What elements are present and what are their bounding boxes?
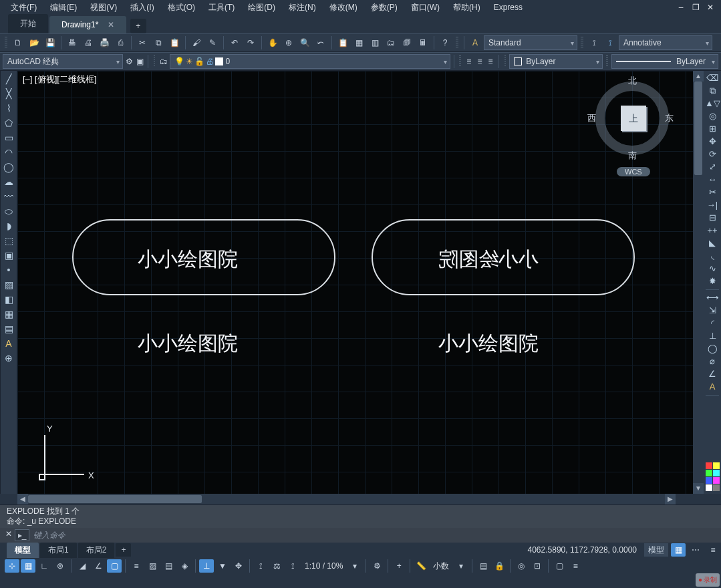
isolate-objects-icon[interactable]: ◎ [514,559,529,573]
region-tool-icon[interactable]: ▦ [1,307,16,321]
close-button[interactable]: ✕ [705,3,716,12]
arc-tool-icon[interactable]: ◠ [1,146,16,159]
selection-filter-icon[interactable]: ▼ [215,559,230,573]
grip-icon[interactable] [5,37,7,49]
lock-ui-icon[interactable]: 🔒 [492,559,507,573]
annotation-visibility-icon[interactable]: ⟟ [253,559,268,573]
dim-radius-icon[interactable]: ◯ [705,343,720,355]
blend-tool-icon[interactable]: ∿ [705,263,720,275]
point-tool-icon[interactable]: • [1,263,16,277]
units-chevron-icon[interactable]: ▾ [454,559,468,573]
tab-start[interactable]: 开始 [8,14,48,33]
sheet-set-icon[interactable]: 🗂 [384,35,398,50]
menu-format[interactable]: 格式(O) [162,1,200,15]
table-tool-icon[interactable]: ▤ [1,322,16,335]
layeriso-icon[interactable]: ≡ [464,54,474,69]
dim-diameter-icon[interactable]: ⌀ [705,355,720,368]
new-icon[interactable]: 🗋 [11,35,25,50]
gizmo-icon[interactable]: ✥ [231,559,246,573]
layer-properties-icon[interactable]: 🗂 [158,54,168,69]
status-model-button[interactable]: 模型 [644,543,668,557]
menu-window[interactable]: 窗口(W) [406,1,445,15]
linetype-dropdown[interactable]: ByLayer [611,54,718,69]
scroll-down-icon[interactable]: ▼ [693,483,704,494]
array-tool-icon[interactable]: ⊞ [705,123,720,135]
mirror-tool-icon[interactable]: ▲▽ [705,98,720,110]
menu-param[interactable]: 参数(P) [366,1,403,15]
hatch-tool-icon[interactable]: ▨ [1,278,16,291]
paste-icon[interactable]: 📋 [167,35,182,50]
drawn-text-1[interactable]: 小小绘图院 [138,246,238,273]
grip-icon[interactable] [154,55,156,67]
copy-icon[interactable]: ⧉ [151,35,166,50]
menu-modify[interactable]: 修改(M) [324,1,363,15]
minimize-button[interactable]: – [676,3,686,12]
color-dropdown[interactable]: ByLayer [509,54,603,69]
3dosnap-icon[interactable]: ◈ [177,559,192,573]
tab-drawing1[interactable]: Drawing1* ✕ [49,16,126,33]
status-grid-icon[interactable]: ▦ [671,543,686,557]
quick-properties-icon[interactable]: ▤ [476,559,490,573]
tab-close-icon[interactable]: ✕ [108,20,114,29]
annotation-style-dropdown[interactable]: Annotative [619,35,712,50]
menu-file[interactable]: 文件(F) [5,1,42,15]
command-close-icon[interactable]: ✕ [3,529,15,541]
polar-tracking-icon[interactable]: ⊛ [53,559,67,573]
workspace-save-icon[interactable]: ▣ [135,54,144,69]
viewcube-west[interactable]: 西 [587,112,596,124]
mtext-tool-icon[interactable]: A [1,337,16,350]
annotative-icon[interactable]: ⟟ [603,35,617,50]
osnap-2d-icon[interactable]: ▢ [107,559,122,573]
copy-tool-icon[interactable]: ⧉ [705,85,720,97]
layerfreeze-icon[interactable]: ≡ [486,54,495,69]
units-icon[interactable]: 📏 [414,559,428,573]
wcs-dropdown[interactable]: WCS [617,167,650,176]
scale-dropdown[interactable]: 1:10 / 10% [301,561,347,571]
color-red[interactable] [706,462,712,469]
join-tool-icon[interactable]: ++ [705,225,720,237]
viewcube-south[interactable]: 南 [628,150,637,162]
explode-tool-icon[interactable]: ✸ [705,275,720,287]
fillet-tool-icon[interactable]: ◟ [705,250,720,262]
scrollbar-horizontal[interactable]: ◀ ▶ [17,494,676,504]
dim-angular-icon[interactable]: ∠ [705,368,720,380]
xline-tool-icon[interactable]: ╳ [1,87,16,100]
polyline-tool-icon[interactable]: ⌇ [1,102,16,115]
move-tool-icon[interactable]: ✥ [705,136,720,148]
layout-tab-2[interactable]: 布局2 [78,543,115,558]
open-icon[interactable]: 📂 [27,35,41,50]
circle-tool-icon[interactable]: ◯ [1,160,16,174]
color-blue[interactable] [706,477,712,484]
color-white[interactable] [706,484,712,491]
ortho-mode-icon[interactable]: ∟ [37,559,51,573]
snap-mode-icon[interactable]: ⊹ [5,559,19,573]
layeroff-icon[interactable]: ≡ [475,54,484,69]
lineweight-icon[interactable]: ≡ [129,559,144,573]
command-prompt-icon[interactable]: ▸_ [15,529,29,541]
zoom-previous-icon[interactable]: ⤺ [313,35,328,50]
properties-icon[interactable]: 📋 [335,35,350,50]
command-input[interactable]: 键入命令 [33,530,718,541]
trim-tool-icon[interactable]: ✂ [705,186,720,198]
drawn-text-4[interactable]: 小小绘图院 [438,330,539,357]
ellipse-tool-icon[interactable]: ⬭ [1,204,16,218]
viewport-label[interactable]: [–] [俯视][二维线框] [23,74,97,86]
grip-icon[interactable] [606,55,608,67]
print-icon[interactable]: 🖶 [65,35,80,50]
dim-linear-icon[interactable]: ⟷ [705,292,720,304]
line-tool-icon[interactable]: ╱ [1,72,16,86]
chamfer-tool-icon[interactable]: ◣ [705,237,720,249]
color-magenta[interactable] [713,477,720,484]
menu-dim[interactable]: 标注(N) [283,1,321,15]
match-prop-icon[interactable]: 🖌 [189,35,204,50]
rectangle-tool-icon[interactable]: ▭ [1,131,16,144]
scroll-thumb-h[interactable] [28,495,202,503]
workspace-settings-icon[interactable]: ⚙ [124,54,134,69]
make-block-icon[interactable]: ▣ [1,249,16,262]
help-icon[interactable]: ? [438,35,452,50]
dim-style-toggle-icon[interactable]: ⟟ [587,35,601,50]
clean-screen-icon[interactable]: ▢ [552,559,567,573]
transparency-icon[interactable]: ▨ [145,559,160,573]
color-gray[interactable] [713,484,720,491]
pan-icon[interactable]: ✋ [265,35,280,50]
